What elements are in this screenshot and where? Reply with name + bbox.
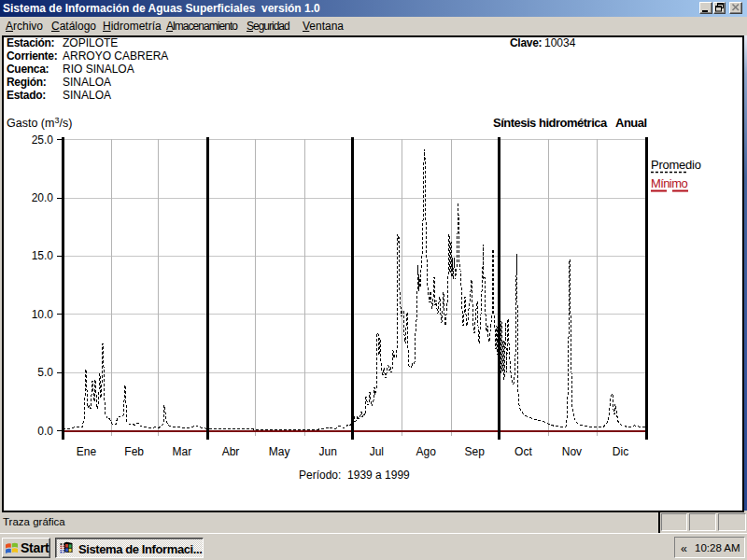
svg-text:May: May	[269, 445, 290, 458]
svg-text:Promedio: Promedio	[651, 158, 701, 172]
svg-text:Sep: Sep	[465, 445, 486, 458]
svg-text:Abr: Abr	[222, 445, 240, 458]
svg-text:15.0: 15.0	[32, 249, 54, 262]
svg-text:5.0: 5.0	[37, 366, 53, 379]
svg-text:0.0: 0.0	[37, 425, 53, 438]
svg-text:Mar: Mar	[173, 445, 192, 458]
svg-text:Jun: Jun	[319, 445, 337, 458]
svg-text:Ago: Ago	[416, 445, 437, 458]
svg-text:Dic: Dic	[613, 445, 628, 458]
svg-text:10.0: 10.0	[32, 308, 54, 321]
svg-text:Mínimo: Mínimo	[651, 176, 687, 190]
svg-text:Feb: Feb	[124, 445, 144, 458]
svg-text:20.0: 20.0	[32, 191, 54, 204]
svg-text:Nov: Nov	[562, 445, 582, 458]
svg-text:Jul: Jul	[370, 445, 384, 458]
svg-text:25.0: 25.0	[32, 133, 54, 147]
svg-text:Ene: Ene	[77, 445, 97, 458]
svg-text:Oct: Oct	[514, 445, 532, 458]
